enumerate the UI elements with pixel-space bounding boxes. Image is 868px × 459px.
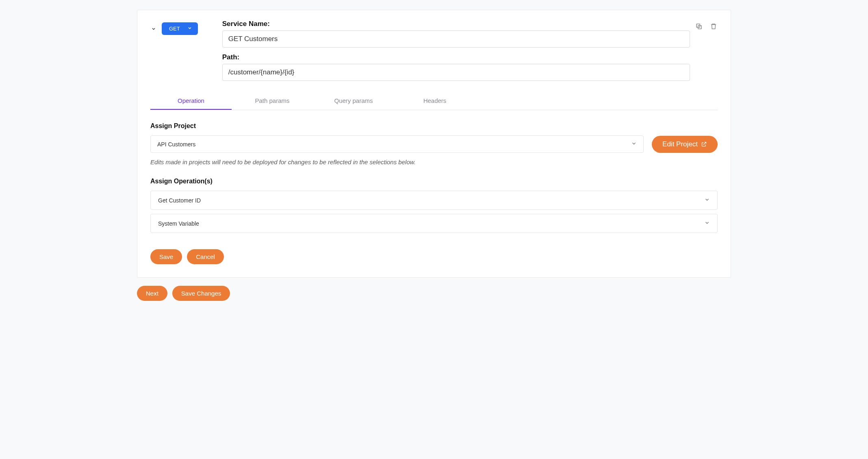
tabs: Operation Path params Query params Heade…: [150, 92, 718, 110]
tab-path-params[interactable]: Path params: [232, 92, 313, 110]
path-label: Path:: [222, 53, 690, 61]
copy-icon: [695, 23, 703, 30]
collapse-toggle[interactable]: [150, 26, 157, 32]
project-help-text: Edits made in projects will need to be d…: [150, 159, 718, 165]
tab-headers[interactable]: Headers: [394, 92, 475, 110]
method-label: GET: [169, 26, 180, 32]
next-button[interactable]: Next: [137, 286, 167, 301]
chevron-down-icon: [151, 26, 156, 31]
duplicate-button[interactable]: [695, 22, 703, 30]
button-label: Cancel: [196, 253, 215, 260]
card-action-row: Save Cancel: [150, 249, 718, 264]
edit-project-button[interactable]: Edit Project: [652, 136, 718, 153]
header-row: GET Service Name: Path:: [150, 20, 718, 81]
service-name-label: Service Name:: [222, 20, 690, 28]
project-row: API Customers Edit Project: [150, 135, 718, 153]
operations-list: Get Customer ID System Variable: [150, 191, 718, 233]
tab-operation[interactable]: Operation: [150, 92, 232, 110]
assign-operations-label: Assign Operation(s): [150, 178, 718, 185]
card-actions: [695, 20, 718, 30]
edit-project-label: Edit Project: [662, 140, 698, 148]
delete-button[interactable]: [710, 22, 718, 30]
assign-project-label: Assign Project: [150, 122, 718, 130]
tab-query-params[interactable]: Query params: [313, 92, 394, 110]
footer-actions: Next Save Changes: [137, 286, 731, 301]
chevron-down-icon: [704, 197, 710, 204]
button-label: Next: [146, 290, 158, 297]
operation-label: System Variable: [158, 220, 199, 227]
cancel-button[interactable]: Cancel: [187, 249, 224, 264]
save-button[interactable]: Save: [150, 249, 182, 264]
fields-column: Service Name: Path:: [222, 20, 690, 81]
operation-row[interactable]: System Variable: [150, 214, 718, 233]
tab-label: Query params: [334, 97, 373, 104]
path-group: Path:: [222, 53, 690, 81]
method-column: GET: [150, 20, 198, 35]
service-card: GET Service Name: Path:: [137, 10, 731, 278]
method-select[interactable]: GET: [162, 22, 198, 35]
path-input[interactable]: [222, 64, 690, 81]
chevron-down-icon: [187, 26, 192, 32]
external-link-icon: [701, 141, 707, 147]
button-label: Save Changes: [181, 290, 221, 297]
chevron-down-icon: [704, 220, 710, 227]
chevron-down-icon: [631, 141, 637, 148]
project-select[interactable]: API Customers: [150, 135, 644, 153]
tab-label: Path params: [255, 97, 289, 104]
project-selected-value: API Customers: [157, 141, 195, 148]
operation-label: Get Customer ID: [158, 197, 201, 204]
service-name-group: Service Name:: [222, 20, 690, 48]
operation-row[interactable]: Get Customer ID: [150, 191, 718, 210]
save-changes-button[interactable]: Save Changes: [172, 286, 230, 301]
tab-label: Headers: [423, 97, 447, 104]
service-name-input[interactable]: [222, 30, 690, 48]
tab-label: Operation: [178, 97, 204, 104]
button-label: Save: [159, 253, 173, 260]
trash-icon: [710, 23, 717, 30]
